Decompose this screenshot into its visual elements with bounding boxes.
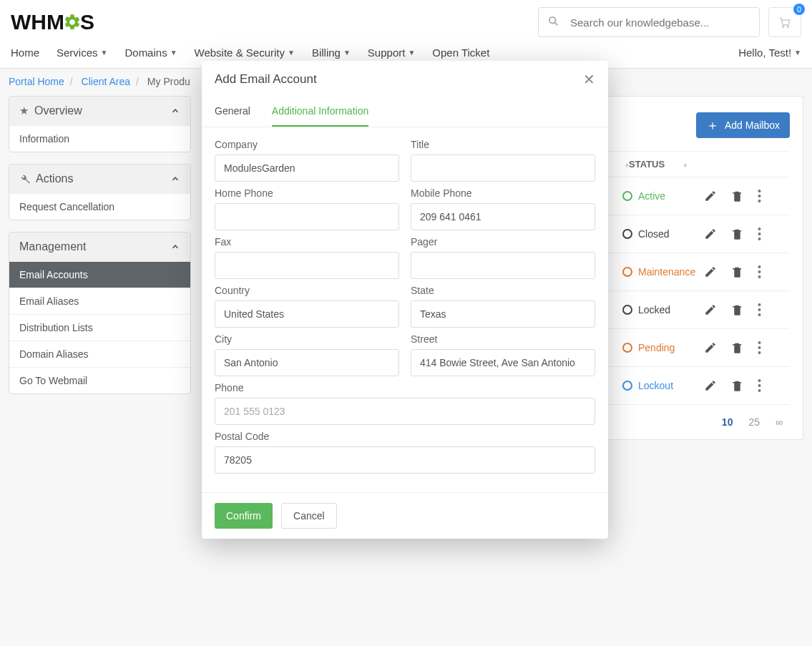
label-postal: Postal Code bbox=[215, 431, 595, 442]
label-company: Company bbox=[215, 139, 399, 150]
input-city[interactable] bbox=[215, 349, 399, 376]
confirm-button[interactable]: Confirm bbox=[215, 503, 273, 529]
input-mobile-phone[interactable] bbox=[411, 203, 595, 230]
add-email-modal: Add Email Account ✕ General Additional I… bbox=[202, 61, 608, 539]
label-pager: Pager bbox=[411, 236, 595, 248]
close-icon[interactable]: ✕ bbox=[583, 71, 595, 88]
label-street: Street bbox=[411, 333, 595, 345]
tab-additional-info[interactable]: Additional Information bbox=[272, 98, 368, 127]
input-home-phone[interactable] bbox=[215, 203, 399, 230]
label-state: State bbox=[411, 285, 595, 296]
modal-overlay: Add Email Account ✕ General Additional I… bbox=[0, 0, 812, 646]
label-city: City bbox=[215, 333, 399, 345]
input-title[interactable] bbox=[411, 155, 595, 182]
label-phone: Phone bbox=[215, 382, 595, 393]
label-title: Title bbox=[411, 139, 595, 150]
input-postal[interactable] bbox=[215, 446, 595, 474]
label-mobile-phone: Mobile Phone bbox=[411, 187, 595, 199]
tab-general[interactable]: General bbox=[215, 98, 250, 127]
input-street[interactable] bbox=[411, 349, 595, 376]
label-fax: Fax bbox=[215, 236, 399, 248]
input-country[interactable] bbox=[215, 300, 399, 328]
modal-title: Add Email Account bbox=[215, 72, 317, 87]
input-company[interactable] bbox=[215, 155, 399, 182]
label-home-phone: Home Phone bbox=[215, 187, 399, 199]
input-fax[interactable] bbox=[215, 252, 399, 279]
cancel-button[interactable]: Cancel bbox=[281, 503, 337, 529]
label-country: Country bbox=[215, 285, 399, 296]
input-phone[interactable] bbox=[215, 398, 595, 425]
input-state[interactable] bbox=[411, 300, 595, 328]
input-pager[interactable] bbox=[411, 252, 595, 279]
